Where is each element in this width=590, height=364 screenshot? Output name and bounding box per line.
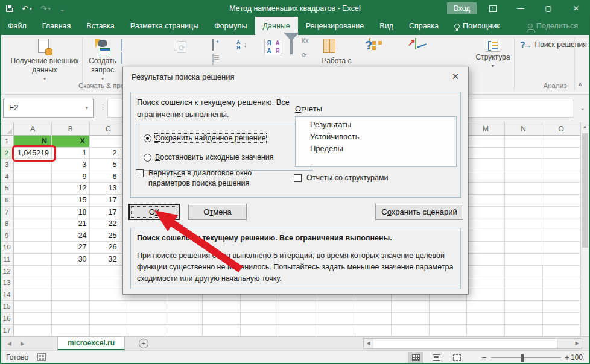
cell-N7[interactable] <box>505 207 543 219</box>
cell-K16[interactable] <box>392 313 430 325</box>
cell-L16[interactable] <box>430 313 468 325</box>
zoom-out-button[interactable]: − <box>481 353 486 362</box>
cell-N11[interactable] <box>505 254 543 266</box>
row-header-8[interactable]: 8 <box>0 218 14 230</box>
cell-J15[interactable] <box>354 301 392 313</box>
ribbon-tab-Помощник[interactable]: Помощник <box>446 17 507 35</box>
cell-K15[interactable] <box>392 301 430 313</box>
cell-B2[interactable]: 1 <box>52 148 90 160</box>
cell-B1[interactable]: X <box>52 136 90 148</box>
radio-keep-solution-icon[interactable] <box>144 134 151 142</box>
cell-O14[interactable] <box>543 289 580 301</box>
cell-B4[interactable]: 9 <box>52 171 90 183</box>
ribbon-tab-Рецензирование[interactable]: Рецензирование <box>298 17 372 35</box>
zoom-slider-thumb[interactable] <box>521 354 524 362</box>
cell-K17[interactable] <box>392 325 430 337</box>
row-header-12[interactable]: 12 <box>0 266 14 278</box>
cell-M1[interactable] <box>467 136 505 148</box>
cell-E17[interactable] <box>165 325 203 337</box>
report-item-Устойчивость[interactable]: Устойчивость <box>296 131 456 143</box>
cell-O7[interactable] <box>542 207 580 219</box>
row-header-17[interactable]: 17 <box>0 325 14 337</box>
cell-B12[interactable] <box>52 266 90 278</box>
get-external-data-button[interactable]: Получение внешних данных ▾ <box>10 39 80 81</box>
ribbon-tab-Вид[interactable]: Вид <box>372 17 401 35</box>
cell-G16[interactable] <box>241 313 279 325</box>
macro-record-icon[interactable] <box>37 353 46 361</box>
save-scenario-button[interactable]: Сохранить сценарий <box>375 204 463 220</box>
vertical-scrollbar-thumb[interactable] <box>582 133 588 248</box>
column-header-A[interactable]: A <box>14 122 52 136</box>
column-header-N[interactable]: N <box>505 122 543 136</box>
cell-N5[interactable] <box>505 183 543 195</box>
cell-C1[interactable] <box>90 136 128 148</box>
sheet-nav-left-icon[interactable]: ◀ <box>7 337 11 350</box>
dialog-close-button[interactable]: ✕ <box>446 69 465 84</box>
cell-M10[interactable] <box>467 242 505 254</box>
cell-N16[interactable] <box>505 313 543 325</box>
column-header-M[interactable]: M <box>467 122 505 136</box>
row-header-1[interactable]: 1 <box>0 136 14 148</box>
cell-C12[interactable] <box>90 266 128 278</box>
cell-O12[interactable] <box>543 266 580 278</box>
cell-M15[interactable] <box>467 301 505 313</box>
report-item-Пределы[interactable]: Пределы <box>296 143 456 155</box>
cell-B8[interactable]: 21 <box>52 218 90 230</box>
cell-H17[interactable] <box>278 325 316 337</box>
close-button[interactable]: ✕ <box>562 0 590 17</box>
collapse-ribbon-button[interactable]: ∧ <box>578 81 582 87</box>
cell-F15[interactable] <box>203 301 241 313</box>
cell-C17[interactable] <box>90 325 128 337</box>
cell-C9[interactable]: 25 <box>90 230 128 242</box>
cell-O13[interactable] <box>543 277 580 289</box>
cell-A17[interactable] <box>14 325 52 337</box>
cell-G15[interactable] <box>241 301 279 313</box>
cell-F16[interactable] <box>203 313 241 325</box>
cell-B10[interactable]: 27 <box>52 242 90 254</box>
cell-O11[interactable] <box>542 254 580 266</box>
cell-O5[interactable] <box>542 183 580 195</box>
cell-A12[interactable] <box>14 266 52 278</box>
checkbox-return-to-dialog-icon[interactable] <box>136 169 144 177</box>
cell-M5[interactable] <box>467 183 505 195</box>
cell-M8[interactable] <box>467 218 505 230</box>
outline-structure-button[interactable]: Структура ▾ <box>474 39 512 69</box>
name-box[interactable]: E2▾ <box>3 99 94 118</box>
cell-O3[interactable] <box>542 159 580 171</box>
sign-in-button[interactable]: Вход <box>447 2 477 14</box>
column-header-B[interactable]: B <box>52 122 90 136</box>
cell-M12[interactable] <box>467 266 505 278</box>
ribbon-tab-Формулы[interactable]: Формулы <box>206 17 255 35</box>
cell-B7[interactable]: 18 <box>52 207 90 219</box>
ribbon-display-options-button[interactable] <box>479 0 507 17</box>
cell-O6[interactable] <box>542 195 580 207</box>
cell-E15[interactable] <box>165 301 203 313</box>
cell-O1[interactable] <box>542 136 580 148</box>
cell-J17[interactable] <box>354 325 392 337</box>
cell-B3[interactable]: 3 <box>52 159 90 171</box>
maximize-button[interactable]: ▢ <box>534 0 562 17</box>
column-header-C[interactable]: C <box>90 122 128 136</box>
what-if-analysis-button[interactable] <box>369 39 370 49</box>
column-header-O[interactable]: O <box>542 122 580 136</box>
scroll-up-icon[interactable]: ▲ <box>581 122 589 132</box>
row-header-16[interactable]: 16 <box>0 313 14 325</box>
new-query-button[interactable]: Создать запрос ▾ <box>86 39 119 81</box>
cell-B6[interactable]: 15 <box>52 195 90 207</box>
cell-B17[interactable] <box>52 325 90 337</box>
cell-A4[interactable] <box>14 171 52 183</box>
add-sheet-button[interactable]: + <box>139 339 148 348</box>
forecast-sheet-button[interactable] <box>415 39 416 49</box>
cell-L15[interactable] <box>430 301 468 313</box>
cell-C15[interactable] <box>90 301 128 313</box>
cell-N15[interactable] <box>505 301 543 313</box>
cell-I17[interactable] <box>316 325 354 337</box>
scroll-left-icon[interactable]: ◀ <box>364 339 373 348</box>
horizontal-scrollbar[interactable]: ◀ ▶ <box>363 338 582 349</box>
cell-B15[interactable] <box>52 301 90 313</box>
cell-B5[interactable]: 12 <box>52 183 90 195</box>
scroll-right-icon[interactable]: ▶ <box>573 339 582 348</box>
cell-A14[interactable] <box>14 289 52 301</box>
cell-C14[interactable] <box>90 289 128 301</box>
checkbox-outline-reports-icon[interactable] <box>294 174 302 182</box>
